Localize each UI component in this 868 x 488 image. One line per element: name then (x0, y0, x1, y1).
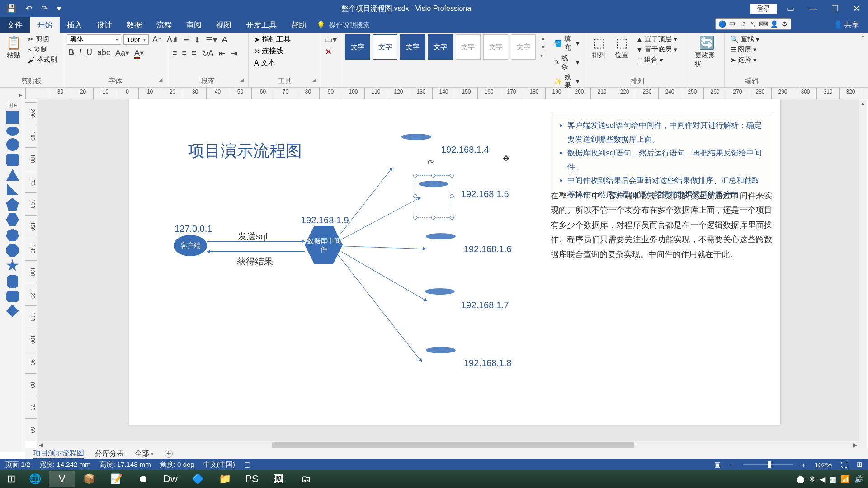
group-button[interactable]: ⬚ 组合 ▾ (634, 55, 679, 65)
ip-client[interactable]: 127.0.0.1 (175, 224, 212, 234)
pan-zoom-icon[interactable]: ⊞ (857, 460, 863, 469)
font-dialog-launcher-icon[interactable]: ◢ (159, 77, 162, 83)
redo-icon[interactable]: ↷ (38, 3, 51, 14)
ime-punct-icon[interactable]: º, (749, 19, 758, 28)
task-explorer[interactable]: 📁 (212, 471, 238, 487)
presentation-mode-icon[interactable]: ▣ (714, 460, 721, 469)
tab-data[interactable]: 数据 (119, 17, 149, 33)
grow-font-icon[interactable]: A↑ (151, 34, 163, 45)
task-dreamweaver[interactable]: Dw (157, 471, 184, 487)
tray-icon-3[interactable]: ◀ (820, 475, 825, 483)
diagram-title[interactable]: 项目演示流程图 (188, 140, 302, 162)
ime-gear-icon[interactable]: ⚙ (780, 19, 789, 28)
para-dialog-launcher-icon[interactable]: ◢ (240, 77, 244, 83)
shape-style-1[interactable]: 文字 (345, 34, 370, 60)
rotate-handle-icon[interactable]: ⟳ (428, 158, 434, 167)
sheet-tab-all[interactable]: 全部 (135, 449, 149, 459)
ip-db5[interactable]: 192.168.1.8 (464, 358, 512, 368)
task-app2[interactable]: 🖼 (266, 471, 292, 487)
tab-dev[interactable]: 开发工具 (239, 17, 284, 33)
macro-recorder-icon[interactable]: ▢ (244, 460, 250, 469)
dec-indent-icon[interactable]: ⇤ (217, 48, 227, 59)
arrange-button[interactable]: ⬚排列 (589, 34, 609, 61)
shape-hexagon[interactable] (6, 213, 19, 226)
shape-pentagon[interactable] (6, 198, 19, 211)
task-notes[interactable]: 📝 (103, 471, 129, 487)
ime-keyboard-icon[interactable]: ⌨ (759, 19, 768, 28)
sheet-tab-2[interactable]: 分库分表 (95, 449, 124, 459)
task-app3[interactable]: 🗂 (293, 471, 319, 487)
connector-tool-button[interactable]: ⤬ 连接线 (252, 46, 285, 56)
status-language[interactable]: 中文(中国) (203, 460, 235, 469)
tray-network-icon[interactable]: 📶 (841, 475, 850, 483)
task-chrome[interactable]: 🌐 (22, 471, 48, 487)
collapse-ribbon-icon[interactable]: ⌃ (860, 34, 865, 41)
cut-button[interactable]: ✂ 剪切 (26, 34, 59, 44)
shape-square[interactable] (6, 111, 19, 124)
ip-db1[interactable]: 192.168.1.4 (441, 145, 489, 155)
ime-moon-icon[interactable]: ☽ (738, 19, 747, 28)
shape-triangle[interactable] (6, 169, 19, 181)
tab-review[interactable]: 审阅 (179, 17, 209, 33)
label-send[interactable]: 发送sql (238, 230, 268, 243)
tray-icon-1[interactable]: ⬤ (797, 475, 805, 483)
shape-star[interactable] (6, 259, 19, 272)
shape-cylinder[interactable] (7, 275, 18, 288)
font-size-combo[interactable]: 10pt▾ (123, 34, 149, 45)
zoom-level[interactable]: 102% (815, 461, 832, 469)
shape-circle[interactable] (6, 138, 19, 151)
shape-style-6[interactable]: 文字 (483, 34, 508, 60)
shape-style-3[interactable]: 文字 (400, 34, 425, 60)
shape-style-2[interactable]: 文字 (373, 34, 397, 60)
shape-right-triangle[interactable] (7, 183, 19, 195)
align-left-icon[interactable]: ≡ (171, 48, 179, 59)
ip-db3[interactable]: 192.168.1.6 (464, 244, 512, 254)
shape-style-4[interactable]: 文字 (428, 34, 453, 60)
tray-icon-2[interactable]: ❋ (809, 475, 815, 483)
tell-me-search[interactable]: 操作说明搜索 (329, 21, 370, 29)
shape-diamond[interactable] (6, 305, 19, 317)
sheet-tab-1[interactable]: 项目演示流程图 (33, 449, 84, 459)
font-color-icon[interactable]: A▾ (133, 47, 145, 58)
start-button[interactable]: ⊞ (2, 471, 21, 487)
fit-page-icon[interactable]: ⛶ (841, 461, 848, 469)
shape-can[interactable] (6, 291, 19, 302)
ime-logo-icon[interactable]: 🔵 (717, 19, 726, 28)
tab-help[interactable]: 帮助 (284, 17, 314, 33)
vertical-scrollbar[interactable]: ▲ ▼ (859, 99, 867, 459)
task-visio[interactable]: V (49, 471, 75, 487)
shape-ellipse[interactable] (6, 127, 19, 136)
save-icon[interactable]: 💾 (4, 3, 19, 14)
zoom-slider[interactable] (743, 464, 793, 465)
shape-rounded-rect[interactable] (6, 154, 19, 166)
strike-icon[interactable]: abc (96, 47, 112, 58)
underline-icon[interactable]: U (85, 47, 94, 58)
paragraph-text[interactable]: 在整个环节中，客户端和数据库之间的交互是通过中间件来实现的。所以不管一个表分布在… (551, 188, 772, 262)
tab-design[interactable]: 设计 (90, 17, 119, 33)
select-button[interactable]: ➤ 选择 ▾ (728, 55, 761, 65)
layers-button[interactable]: ☰ 图层 ▾ (728, 45, 761, 54)
bold-icon[interactable]: B (67, 47, 75, 58)
scroll-thumb[interactable] (272, 442, 634, 448)
bullets-icon[interactable]: ☰▾ (204, 34, 218, 45)
task-obs[interactable]: ⏺ (130, 471, 156, 487)
tray-volume-icon[interactable]: 🔊 (854, 475, 863, 483)
tab-view[interactable]: 视图 (209, 17, 239, 33)
scroll-up-icon[interactable]: ▲ (859, 99, 867, 107)
ip-middleware[interactable]: 192.168.1.9 (301, 215, 349, 225)
shapes-expand-icon[interactable]: ▸ (19, 91, 22, 99)
system-tray[interactable]: ⬤ ❋ ◀ ▦ 📶 🔊 (797, 475, 868, 483)
ime-toolbar[interactable]: 🔵 中 ☽ º, ⌨ 👤 ⚙ (715, 18, 791, 30)
styles-up-icon[interactable]: ▲ (540, 35, 546, 42)
task-app1[interactable]: 🔷 (184, 471, 211, 487)
shape-db5[interactable]: 用户数据库 (426, 349, 456, 377)
login-button[interactable]: 登录 (750, 4, 777, 14)
tab-home[interactable]: 开始 (30, 17, 60, 33)
paste-button[interactable]: 📋粘贴 (4, 34, 24, 61)
ribbon-display-icon[interactable]: ▭ (782, 4, 799, 14)
tab-insert[interactable]: 插入 (60, 17, 90, 33)
tray-icon-4[interactable]: ▦ (830, 475, 836, 483)
minimize-icon[interactable]: — (804, 4, 821, 14)
shape-style-7[interactable]: 文字 (511, 34, 536, 60)
drawing-page[interactable]: 项目演示流程图 127.0.0.1 客户端 192.168.1.9 数据库中间件… (129, 99, 780, 425)
